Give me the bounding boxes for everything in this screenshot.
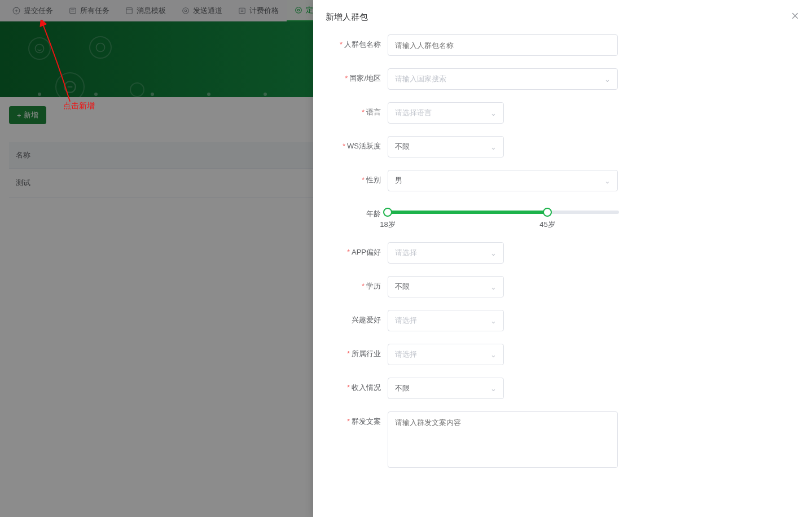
label-age: 年龄: [366, 209, 381, 218]
slider-handle-min[interactable]: [383, 208, 392, 217]
chevron-down-icon: ⌄: [490, 317, 497, 325]
content-textarea[interactable]: [388, 411, 618, 468]
label-language: 语言: [366, 108, 381, 116]
age-max-label: 45岁: [539, 220, 555, 230]
app-pref-select[interactable]: 请选择 ⌄: [388, 242, 504, 264]
age-slider[interactable]: 18岁 45岁: [388, 204, 619, 230]
chevron-down-icon: ⌄: [490, 384, 497, 393]
app-pref-placeholder: 请选择: [395, 248, 417, 258]
slider-handle-max[interactable]: [543, 208, 552, 217]
industry-select[interactable]: 请选择 ⌄: [388, 344, 504, 365]
chevron-down-icon: ⌄: [490, 249, 497, 257]
gender-select[interactable]: 男 ⌄: [388, 170, 618, 191]
education-value: 不限: [395, 282, 410, 292]
audience-form: *人群包名称 *国家/地区 请输入国家搜索 ⌄ *语言 请选择语言 ⌄: [313, 34, 812, 468]
drawer-add-audience: 新增人群包 *人群包名称 *国家/地区 请输入国家搜索 ⌄ *语言: [313, 0, 812, 517]
chevron-down-icon: ⌄: [604, 177, 611, 185]
chevron-down-icon: ⌄: [490, 109, 497, 117]
label-activity: WS活跃度: [347, 142, 381, 150]
language-select[interactable]: 请选择语言 ⌄: [388, 102, 504, 124]
activity-value: 不限: [395, 142, 410, 152]
industry-placeholder: 请选择: [395, 349, 417, 360]
income-select[interactable]: 不限 ⌄: [388, 378, 504, 399]
education-select[interactable]: 不限 ⌄: [388, 276, 504, 297]
chevron-down-icon: ⌄: [490, 283, 497, 291]
drawer-title: 新增人群包: [326, 12, 368, 23]
chevron-down-icon: ⌄: [604, 75, 611, 84]
region-placeholder: 请输入国家搜索: [395, 74, 446, 84]
age-min-label: 18岁: [380, 220, 395, 230]
hobby-select[interactable]: 请选择 ⌄: [388, 310, 504, 331]
close-icon[interactable]: [791, 11, 800, 23]
label-name: 人群包名称: [344, 40, 381, 49]
label-industry: 所属行业: [352, 349, 381, 358]
chevron-down-icon: ⌄: [490, 143, 497, 151]
hobby-placeholder: 请选择: [395, 316, 417, 326]
gender-value: 男: [395, 176, 402, 186]
label-hobby: 兴趣爱好: [352, 316, 381, 324]
label-content: 群发文案: [352, 417, 381, 426]
language-placeholder: 请选择语言: [395, 108, 432, 118]
label-app-pref: APP偏好: [352, 248, 381, 256]
income-value: 不限: [395, 383, 410, 393]
chevron-down-icon: ⌄: [490, 350, 497, 359]
region-select[interactable]: 请输入国家搜索 ⌄: [388, 68, 618, 90]
label-income: 收入情况: [352, 383, 381, 392]
activity-select[interactable]: 不限 ⌄: [388, 136, 504, 157]
label-gender: 性别: [366, 176, 381, 184]
name-input[interactable]: [388, 34, 618, 56]
label-region: 国家/地区: [349, 74, 381, 82]
label-education: 学历: [366, 282, 381, 290]
